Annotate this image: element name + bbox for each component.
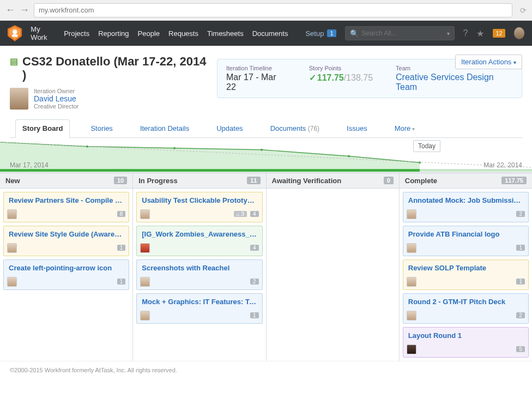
tab-documents[interactable]: Documents (76) [264,120,326,137]
story-card[interactable]: Mock + Graphics: IT Features: Te...1 [136,293,262,324]
column-header: Awaiting Verification0 [267,173,399,189]
subtask-badge: ⌂ 3 [234,211,247,217]
points-badge: 1 [117,279,126,285]
card-footer: 4 [137,241,262,256]
search-input[interactable] [362,29,444,37]
setup-link[interactable]: Setup 1 [305,29,336,38]
column-body: Annotated Mock: Job Submission...2Provid… [400,189,532,361]
brand-logo [8,24,22,43]
forward-icon[interactable]: → [20,4,29,16]
tab-issues[interactable]: Issues [340,120,374,137]
tab-more[interactable]: More ▾ [388,120,421,137]
timeline-start-date: Mar 17, 2014 [10,161,49,169]
card-footer: 8 [4,207,129,222]
points-total: /138.75 [344,73,373,82]
tab-stories[interactable]: Stories [84,120,119,137]
points-badge: 2 [516,211,525,217]
tab-updates[interactable]: Updates [210,120,249,137]
story-board: New10Review Partners Site - Compile li..… [0,173,532,361]
story-card[interactable]: Usability Test Clickable Prototyp...⌂ 34 [136,192,262,222]
svg-marker-1 [0,142,532,171]
assignee-avatar [140,277,150,287]
column-count-badge: 10 [114,177,127,184]
column-body [267,189,399,195]
iteration-icon: ▤ [10,57,18,82]
today-marker: Today [413,140,440,152]
points-badge: 8 [117,211,126,217]
chevron-down-icon[interactable]: ▾ [447,31,450,37]
nav-documents[interactable]: Documents [252,29,288,38]
svg-point-8 [348,155,350,157]
story-card[interactable]: Screenshots with Reachel2 [136,259,262,290]
burndown-timeline: Today Mar 17, 2014 Mar 22, 2014 [0,138,532,173]
timeline-end-date: Mar 22, 2014 [483,161,522,169]
user-avatar[interactable] [514,27,524,39]
svg-point-9 [419,161,421,164]
nav-reporting[interactable]: Reporting [98,29,129,38]
browser-bar: ← → my.workfront.com ⟳ [0,0,532,21]
svg-point-0 [13,29,17,34]
points-badge: 1 [516,279,525,285]
reload-icon[interactable]: ⟳ [520,6,527,15]
points-badge: 1 [516,245,525,251]
points-label: Story Points [309,65,373,71]
nav-projects[interactable]: Projects [64,29,89,38]
story-card[interactable]: Review Site Style Guide (Awarene...1 [3,226,129,256]
column-in-progress: In Progress11Usability Test Clickable Pr… [133,173,266,361]
card-footer: 1 [4,275,129,289]
footer-copyright: ©2000-2015 Workfront formerly AtTask, In… [0,361,532,380]
story-card[interactable]: Annotated Mock: Job Submission...2 [403,192,529,222]
timeline-label: Iteration Timeline [226,65,286,71]
story-card[interactable]: Layout Round 15 [403,327,529,358]
search-icon: 🔍 [350,29,359,38]
story-card[interactable]: Round 2 - GTM-IT Pitch Deck2 [403,293,529,324]
assignee-avatar [407,209,416,219]
assignee-avatar [7,277,17,287]
column-new: New10Review Partners Site - Compile li..… [0,173,133,361]
owner-name-link[interactable]: David Lesue [34,94,79,103]
tab-story-board[interactable]: Story Board [15,119,70,138]
assignee-avatar [140,209,150,219]
nav-timesheets[interactable]: Timesheets [207,29,244,38]
svg-point-6 [173,147,176,149]
column-complete: Complete117.75Annotated Mock: Job Submis… [400,173,532,361]
check-icon: ✓ [309,73,316,82]
story-card[interactable]: Create left-pointing-arrow icon1 [3,259,129,290]
column-count-badge: 11 [247,177,260,184]
page-title: CS32 Donatello (Mar 17-22, 2014 ) [22,55,211,82]
story-card[interactable]: Review Partners Site - Compile li...8 [3,192,129,222]
column-count-badge: 0 [384,177,394,184]
tab-iteration-details[interactable]: Iteration Details [134,120,196,137]
column-body: Usability Test Clickable Prototyp...⌂ 34… [133,189,265,327]
story-card[interactable]: Review SOLP Template1 [403,259,529,290]
assignee-avatar [407,344,416,354]
card-title: Mock + Graphics: IT Features: Te... [137,294,262,309]
story-card[interactable]: [IG_Work Zombies_Awareness_Fe...4 [136,226,262,256]
url-bar[interactable]: my.workfront.com [34,3,512,17]
nav-requests[interactable]: Requests [168,29,198,38]
tab-row: Story BoardStoriesIteration DetailsUpdat… [10,119,522,138]
global-search[interactable]: 🔍 ▾ [345,26,455,40]
svg-rect-4 [420,169,532,172]
owner-role: Creative Director [34,103,79,110]
column-name: Complete [405,177,437,185]
assignee-avatar [407,277,416,287]
iteration-actions-button[interactable]: Iteration Actions ▾ [455,55,522,69]
story-card[interactable]: Provide ATB Financial logo1 [403,226,529,256]
nav-people[interactable]: People [138,29,160,38]
column-name: Awaiting Verification [272,177,342,185]
points-badge: 1 [117,245,126,251]
card-title: Provide ATB Financial logo [403,226,528,241]
nav-my-work[interactable]: My Work [31,25,55,41]
star-icon[interactable]: ★ [476,28,484,39]
iteration-actions-label: Iteration Actions [461,58,512,66]
notification-badge[interactable]: 12 [493,29,505,38]
card-footer: 1 [403,241,528,256]
card-title: [IG_Work Zombies_Awareness_Fe... [137,226,262,241]
help-icon[interactable]: ? [463,28,468,38]
points-badge: 2 [250,279,259,285]
card-footer: 1 [403,275,528,289]
team-link[interactable]: Creative Services Design Team [396,72,513,92]
column-count-badge: 117.75 [501,177,527,184]
back-icon[interactable]: ← [5,4,15,16]
